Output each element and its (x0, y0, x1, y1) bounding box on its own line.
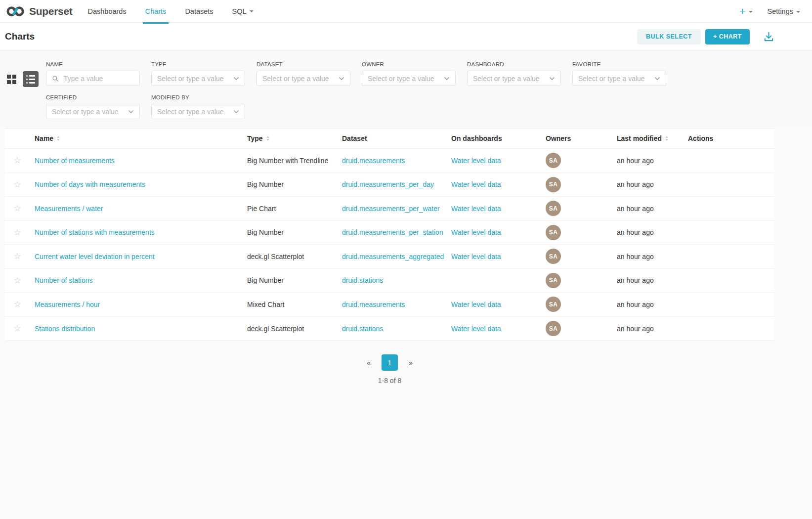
row-count-summary: 1-8 of 8 (5, 377, 774, 385)
chart-type: Big Number (242, 276, 337, 284)
export-download-icon[interactable] (763, 31, 774, 43)
dashboard-link[interactable]: Water level data (451, 205, 501, 213)
favorite-star-icon[interactable]: ☆ (13, 180, 21, 189)
owner-avatar[interactable]: SA (546, 225, 561, 240)
filter-name-label: NAME (46, 61, 140, 67)
chart-name-link[interactable]: Number of stations with measurements (35, 228, 155, 236)
dashboard-link[interactable]: Water level data (451, 228, 501, 236)
dataset-link[interactable]: druid.measurements_per_day (342, 180, 434, 188)
dashboard-select[interactable]: Select or type a value (467, 71, 561, 86)
nav-right: + Settings (739, 6, 805, 16)
nav-item-charts[interactable]: Charts (136, 0, 176, 23)
favorite-star-icon[interactable]: ☆ (13, 324, 21, 333)
chart-name-link[interactable]: Measurements / water (35, 205, 103, 213)
table-header-row: Name Type Dataset On dashboards Owners L… (5, 129, 774, 149)
chevron-down-icon (128, 110, 134, 114)
last-modified: an hour ago (612, 301, 683, 308)
type-select[interactable]: Select or type a value (151, 71, 245, 86)
new-item-button[interactable]: + (739, 6, 752, 16)
chevron-down-icon (549, 77, 555, 81)
favorite-cell: ☆ (5, 276, 30, 285)
page-1-button[interactable]: 1 (382, 354, 398, 371)
favorite-star-icon[interactable]: ☆ (13, 300, 21, 308)
dashboard-select-placeholder: Select or type a value (473, 75, 545, 83)
bulk-select-button[interactable]: BULK SELECT (637, 29, 701, 44)
nav-item-dashboards[interactable]: Dashboards (78, 0, 135, 23)
owner-avatar[interactable]: SA (546, 249, 561, 264)
favorite-cell: ☆ (5, 228, 30, 237)
chart-type: Big Number (242, 228, 337, 236)
owner-avatar[interactable]: SA (546, 177, 561, 192)
chart-name-link[interactable]: Current water level deviation in percent (35, 253, 155, 260)
chart-name-link[interactable]: Number of measurements (35, 157, 115, 165)
table-row: ☆ Stations distribution deck.gl Scatterp… (5, 317, 774, 341)
header-name[interactable]: Name (30, 134, 242, 142)
header-last-modified[interactable]: Last modified (612, 134, 683, 142)
dataset-link[interactable]: druid.measurements_per_water (342, 205, 440, 213)
owner-avatar[interactable]: SA (546, 321, 561, 336)
owner-avatar[interactable]: SA (546, 201, 561, 216)
dataset-link[interactable]: druid.measurements_per_station (342, 228, 443, 236)
superset-logo[interactable]: Superset (6, 5, 72, 17)
header-actions: BULK SELECT + CHART (637, 29, 774, 44)
favorite-star-icon[interactable]: ☆ (13, 252, 21, 260)
favorite-select[interactable]: Select or type a value (572, 71, 666, 86)
dataset-link[interactable]: druid.measurements (342, 301, 405, 308)
dataset-link[interactable]: druid.stations (342, 325, 383, 333)
next-page-button[interactable]: » (409, 359, 413, 367)
dataset-select[interactable]: Select or type a value (256, 71, 350, 86)
table-row: ☆ Number of stations with measurements B… (5, 221, 774, 245)
certified-select-placeholder: Select or type a value (52, 108, 124, 116)
name-search-input[interactable] (63, 74, 134, 83)
dashboard-link[interactable]: Water level data (451, 157, 501, 165)
add-chart-button[interactable]: + CHART (705, 29, 750, 44)
chart-type: deck.gl Scatterplot (242, 253, 337, 260)
chart-name-link[interactable]: Measurements / hour (35, 301, 100, 308)
chevron-down-icon (444, 77, 450, 81)
favorite-star-icon[interactable]: ☆ (13, 156, 21, 165)
favorite-cell: ☆ (5, 300, 30, 308)
dataset-link[interactable]: druid.stations (342, 276, 383, 284)
chart-type: deck.gl Scatterplot (242, 325, 337, 333)
nav-item-sql[interactable]: SQL (223, 0, 263, 23)
owner-select-placeholder: Select or type a value (368, 75, 440, 83)
chart-name-link[interactable]: Stations distribution (35, 325, 95, 333)
filter-owner: OWNER Select or type a value (362, 61, 456, 86)
dashboard-link[interactable]: Water level data (451, 253, 501, 260)
chart-name-link[interactable]: Number of days with measurements (35, 180, 145, 188)
table-body: ☆ Number of measurements Big Number with… (5, 149, 774, 341)
header-actions: Actions (683, 134, 774, 142)
owner-avatar[interactable]: SA (546, 273, 561, 288)
owner-select[interactable]: Select or type a value (362, 71, 456, 86)
superset-infinity-icon (6, 5, 25, 17)
owner-avatar[interactable]: SA (546, 153, 561, 168)
table-row: ☆ Number of stations Big Number druid.st… (5, 269, 774, 293)
header-type[interactable]: Type (242, 134, 337, 142)
owners-cell: SA (541, 321, 612, 336)
prev-page-button[interactable]: « (367, 359, 371, 367)
page-title: Charts (5, 31, 35, 42)
dashboard-link[interactable]: Water level data (451, 180, 501, 188)
modified-by-select-placeholder: Select or type a value (157, 108, 229, 116)
owner-avatar[interactable]: SA (546, 297, 561, 312)
type-select-placeholder: Select or type a value (157, 75, 229, 83)
brand-name: Superset (29, 5, 72, 17)
settings-menu[interactable]: Settings (768, 7, 800, 15)
sort-icon (665, 136, 668, 141)
favorite-star-icon[interactable]: ☆ (13, 204, 21, 213)
certified-select[interactable]: Select or type a value (46, 104, 140, 119)
filter-type: TYPE Select or type a value (151, 61, 245, 86)
dataset-link[interactable]: druid.measurements (342, 157, 405, 165)
favorite-star-icon[interactable]: ☆ (13, 276, 21, 285)
card-view-icon[interactable] (7, 75, 16, 84)
dashboard-link[interactable]: Water level data (451, 301, 501, 308)
header-owners: Owners (541, 134, 612, 142)
dashboard-link[interactable]: Water level data (451, 325, 501, 333)
list-view-icon[interactable] (23, 71, 39, 87)
modified-by-select[interactable]: Select or type a value (151, 104, 245, 119)
favorite-star-icon[interactable]: ☆ (13, 228, 21, 237)
dataset-link[interactable]: druid.measurements_aggregated (342, 253, 444, 260)
chart-name-link[interactable]: Number of stations (35, 276, 93, 284)
nav-item-datasets[interactable]: Datasets (175, 0, 222, 23)
filter-name: NAME (46, 61, 140, 86)
